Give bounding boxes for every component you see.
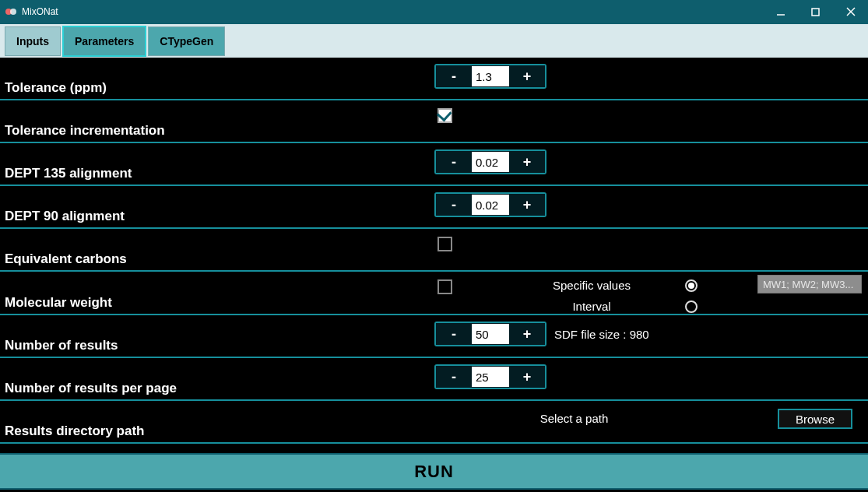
label-dept135: DEPT 135 alignment bbox=[5, 166, 433, 183]
checkbox-equiv-carbons[interactable] bbox=[438, 237, 452, 251]
svg-point-1 bbox=[10, 9, 16, 15]
dept90-minus[interactable]: - bbox=[436, 194, 472, 216]
row-dept135: DEPT 135 alignment - 0.02 + bbox=[0, 143, 868, 186]
stepper-num-per-page: - 25 + bbox=[434, 364, 546, 389]
row-tolerance-inc: Tolerance incrementation bbox=[0, 100, 868, 143]
label-dept90: DEPT 90 alignment bbox=[5, 209, 433, 226]
num-per-page-minus[interactable]: - bbox=[436, 366, 472, 388]
mol-weight-options: Specific values Interval MW1; MW2; MW3..… bbox=[514, 275, 862, 317]
stepper-dept135: - 0.02 + bbox=[434, 149, 546, 174]
maximize-button[interactable] bbox=[798, 0, 833, 23]
label-equiv-carbons: Equivalent carbons bbox=[5, 251, 433, 269]
row-tolerance-ppm: Tolerance (ppm) - 1.3 + bbox=[0, 58, 868, 100]
window-title: MixONat bbox=[22, 6, 58, 17]
svg-rect-3 bbox=[812, 9, 819, 16]
tabstrip: Inputs Parameters CTypeGen bbox=[0, 23, 868, 58]
label-mol-weight: Molecular weight bbox=[5, 295, 433, 312]
num-results-minus[interactable]: - bbox=[436, 323, 472, 345]
close-button[interactable] bbox=[833, 0, 868, 23]
tolerance-ppm-plus[interactable]: + bbox=[509, 65, 545, 87]
minimize-button[interactable] bbox=[763, 0, 798, 23]
dept135-plus[interactable]: + bbox=[509, 151, 545, 173]
row-dept90: DEPT 90 alignment - 0.02 + bbox=[0, 186, 868, 229]
checkbox-tolerance-inc[interactable] bbox=[438, 108, 452, 123]
row-results-path: Results directory path Select a path Bro… bbox=[0, 401, 868, 444]
tolerance-ppm-minus[interactable]: - bbox=[436, 65, 472, 87]
row-num-results: Number of results - 50 + SDF file size :… bbox=[0, 315, 868, 358]
label-tolerance-ppm: Tolerance (ppm) bbox=[5, 80, 433, 97]
checkbox-mol-weight[interactable] bbox=[438, 279, 452, 294]
stepper-dept90: - 0.02 + bbox=[434, 192, 546, 217]
radio-specific-values[interactable] bbox=[685, 279, 698, 292]
num-results-plus[interactable]: + bbox=[509, 323, 545, 345]
results-path-text: Select a path bbox=[436, 412, 712, 425]
tolerance-ppm-value[interactable]: 1.3 bbox=[472, 66, 509, 86]
app-icon bbox=[5, 5, 17, 18]
browse-button[interactable]: Browse bbox=[778, 409, 852, 429]
label-results-path: Results directory path bbox=[5, 423, 433, 441]
label-num-results: Number of results bbox=[5, 338, 433, 355]
dept90-value[interactable]: 0.02 bbox=[472, 195, 509, 215]
parameters-panel: Tolerance (ppm) - 1.3 + Tolerance increm… bbox=[0, 58, 868, 453]
tab-inputs[interactable]: Inputs bbox=[5, 26, 61, 56]
stepper-tolerance-ppm: - 1.3 + bbox=[434, 64, 546, 89]
row-num-per-page: Number of results per page - 25 + bbox=[0, 358, 868, 401]
row-equiv-carbons: Equivalent carbons bbox=[0, 229, 868, 272]
titlebar: MixONat bbox=[0, 0, 868, 23]
dept135-value[interactable]: 0.02 bbox=[472, 152, 509, 172]
dept90-plus[interactable]: + bbox=[509, 194, 545, 216]
tab-parameters[interactable]: Parameters bbox=[62, 26, 146, 57]
label-interval: Interval bbox=[514, 300, 669, 313]
num-per-page-value[interactable]: 25 bbox=[472, 367, 509, 387]
label-tolerance-inc: Tolerance incrementation bbox=[5, 123, 433, 140]
label-specific-values: Specific values bbox=[514, 279, 669, 292]
tab-ctypegen[interactable]: CTypeGen bbox=[148, 26, 225, 56]
num-results-value[interactable]: 50 bbox=[472, 324, 509, 344]
radio-interval[interactable] bbox=[685, 300, 698, 313]
mol-weight-input[interactable]: MW1; MW2; MW3... bbox=[757, 275, 862, 293]
label-num-per-page: Number of results per page bbox=[5, 381, 433, 398]
sdf-file-size-note: SDF file size : 980 bbox=[554, 328, 649, 341]
dept135-minus[interactable]: - bbox=[436, 151, 472, 173]
row-mol-weight: Molecular weight Specific values Interva… bbox=[0, 272, 868, 315]
num-per-page-plus[interactable]: + bbox=[509, 366, 545, 388]
stepper-num-results: - 50 + bbox=[434, 322, 546, 346]
run-button[interactable]: RUN bbox=[0, 453, 868, 490]
